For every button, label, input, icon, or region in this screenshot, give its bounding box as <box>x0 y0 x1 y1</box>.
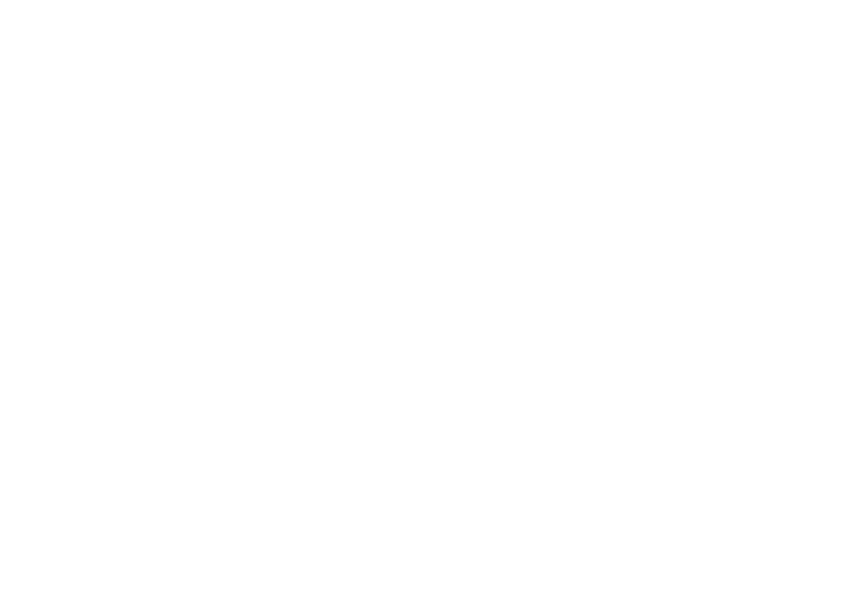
full-spectrum-chart <box>0 167 868 291</box>
cutout-plots-row <box>0 313 409 462</box>
line-fit-inset-chart <box>645 30 825 154</box>
elixer-report-page <box>0 0 868 591</box>
spacer <box>819 2 828 12</box>
timestamp-version <box>819 2 828 12</box>
